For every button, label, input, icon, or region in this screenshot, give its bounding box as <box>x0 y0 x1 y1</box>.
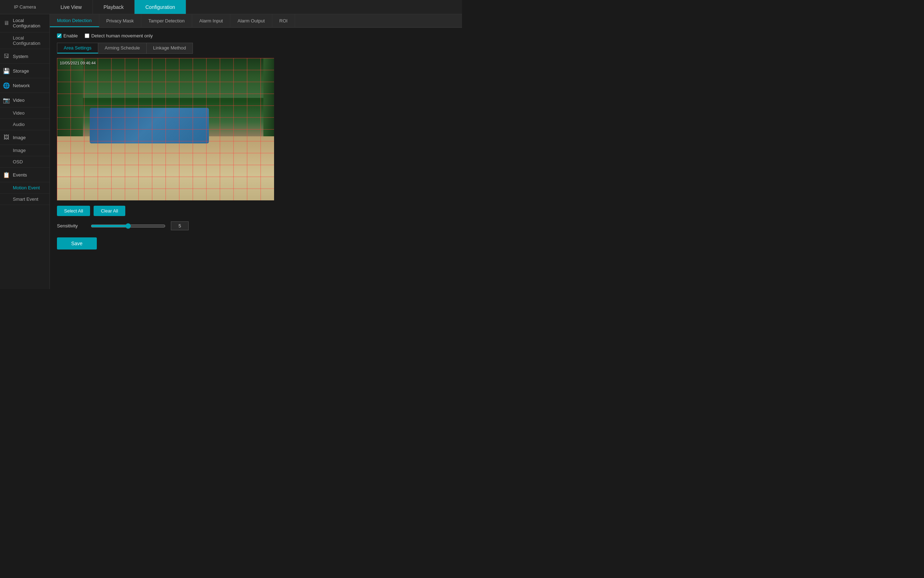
subnav-roi[interactable]: ROI <box>272 14 295 27</box>
sub-nav: Motion Detection Privacy Mask Tamper Det… <box>50 14 462 28</box>
subnav-motion-detection[interactable]: Motion Detection <box>50 14 99 27</box>
enable-checkbox-label[interactable]: Enable <box>57 33 78 39</box>
tab-arming-schedule[interactable]: Arming Schedule <box>98 43 147 54</box>
storage-icon: 💾 <box>3 67 10 75</box>
tab-area-settings[interactable]: Area Settings <box>57 43 98 54</box>
save-button-container: Save <box>57 237 455 250</box>
motion-grid-overlay <box>57 58 274 200</box>
nav-tabs: Live View Playback Configuration <box>50 0 186 14</box>
main-content: Motion Detection Privacy Mask Tamper Det… <box>50 14 462 289</box>
tab-playback[interactable]: Playback <box>93 0 135 14</box>
sidebar-child-video[interactable]: Video <box>0 107 49 119</box>
network-icon: 🌐 <box>3 82 10 89</box>
camera-timestamp: 10/05/2021 09:46:44 <box>60 61 96 65</box>
tab-live-view[interactable]: Live View <box>50 0 93 14</box>
sidebar-child-motion-event[interactable]: Motion Event <box>0 182 49 193</box>
top-nav: IP Camera Live View Playback Configurati… <box>0 0 462 14</box>
sidebar-child-local-config[interactable]: Local Configuration <box>0 32 49 49</box>
sidebar-item-storage[interactable]: 💾 Storage <box>0 64 49 78</box>
sensitivity-label: Sensitivity <box>57 223 85 229</box>
image-icon: 🖼 <box>3 134 10 141</box>
video-icon: 📷 <box>3 96 10 104</box>
sensitivity-row: Sensitivity 5 <box>57 221 455 230</box>
camera-view[interactable]: 10/05/2021 09:46:44 <box>57 58 274 200</box>
detect-human-checkbox-label[interactable]: Detect human movement only <box>85 33 153 39</box>
layout: 🖥 Local Configuration Local Configuratio… <box>0 14 462 289</box>
tab-linkage-method[interactable]: Linkage Method <box>147 43 193 54</box>
system-icon: 🖫 <box>3 53 10 60</box>
sensitivity-input[interactable]: 5 <box>171 221 188 230</box>
detect-human-checkbox[interactable] <box>85 34 89 38</box>
enable-checkbox[interactable] <box>57 34 62 38</box>
sidebar-child-image[interactable]: Image <box>0 145 49 156</box>
sensitivity-slider[interactable] <box>91 223 166 229</box>
events-icon: 📋 <box>3 171 10 178</box>
monitor-icon: 🖥 <box>3 19 10 27</box>
tab-configuration[interactable]: Configuration <box>135 0 186 14</box>
clear-all-button[interactable]: Clear All <box>94 206 125 216</box>
sidebar-child-audio[interactable]: Audio <box>0 119 49 130</box>
save-button[interactable]: Save <box>57 237 97 250</box>
checkbox-row: Enable Detect human movement only <box>57 33 455 39</box>
sidebar-item-events[interactable]: 📋 Events <box>0 168 49 182</box>
sidebar-item-video[interactable]: 📷 Video <box>0 93 49 107</box>
area-tab-row: Area Settings Arming Schedule Linkage Me… <box>57 43 193 54</box>
subnav-tamper-detection[interactable]: Tamper Detection <box>141 14 192 27</box>
selection-button-row: Select All Clear All <box>57 206 455 216</box>
sidebar-item-image[interactable]: 🖼 Image <box>0 130 49 145</box>
sidebar-item-local-config[interactable]: 🖥 Local Configuration <box>0 14 49 32</box>
subnav-alarm-output[interactable]: Alarm Output <box>230 14 272 27</box>
select-all-button[interactable]: Select All <box>57 206 90 216</box>
subnav-privacy-mask[interactable]: Privacy Mask <box>99 14 141 27</box>
sidebar-item-network[interactable]: 🌐 Network <box>0 78 49 93</box>
page-content: Enable Detect human movement only Area S… <box>50 28 462 289</box>
sidebar: 🖥 Local Configuration Local Configuratio… <box>0 14 50 289</box>
sidebar-item-system[interactable]: 🖫 System <box>0 49 49 64</box>
sidebar-child-osd[interactable]: OSD <box>0 156 49 168</box>
sidebar-child-smart-event[interactable]: Smart Event <box>0 193 49 205</box>
subnav-alarm-input[interactable]: Alarm Input <box>192 14 230 27</box>
brand: IP Camera <box>0 4 50 10</box>
